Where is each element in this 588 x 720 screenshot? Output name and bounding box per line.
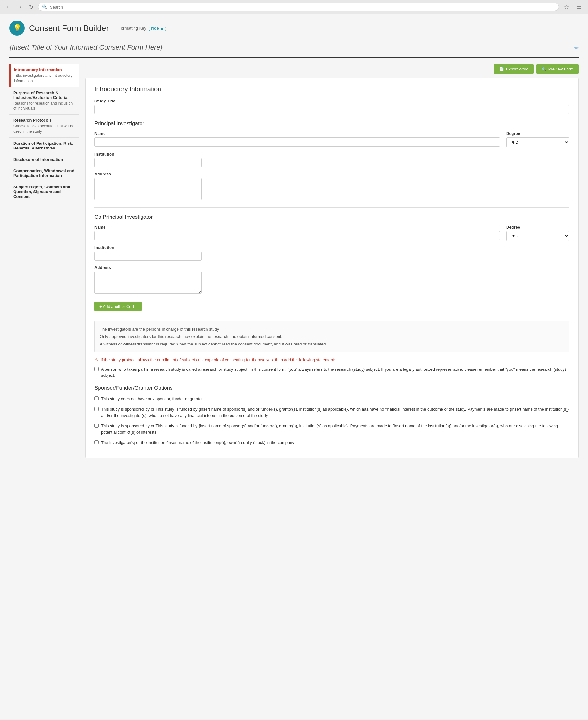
sidebar-item-introductory-title: Introductory Information (14, 67, 75, 72)
pi-address-label: Address (94, 172, 569, 176)
app-header: 💡 Consent Form Builder Formatting Key: (… (9, 21, 579, 36)
sponsor-checkbox-2[interactable] (94, 407, 99, 411)
formatting-key-link[interactable]: ( hide ▲ ) (148, 26, 166, 31)
pi-title: Principal Investigator (94, 120, 569, 127)
preview-form-button[interactable]: 🔍 Preview Form (536, 64, 579, 74)
app-title: Consent Form Builder (29, 23, 109, 33)
sponsor-text-1: This study does not have any sponsor, fu… (101, 396, 204, 402)
formatting-key: Formatting Key: ( hide ▲ ) (119, 26, 166, 31)
sponsor-text-3: This study is sponsored by or This study… (101, 423, 569, 435)
sponsor-option-2: This study is sponsored by or This study… (94, 406, 569, 418)
back-button[interactable]: ← (4, 2, 13, 12)
divider-1 (94, 207, 569, 208)
address-input[interactable] (50, 5, 555, 9)
pi-institution-input[interactable] (94, 158, 202, 167)
co-pi-address-textarea[interactable] (94, 272, 202, 294)
menu-button[interactable]: ☰ (574, 2, 584, 12)
subject-checkbox-item: A person who takes part in a research st… (94, 366, 569, 379)
forward-button[interactable]: → (15, 2, 24, 12)
pi-institution-label: Institution (94, 152, 569, 157)
form-title-input[interactable] (9, 42, 572, 54)
pi-name-label: Name (94, 131, 500, 136)
study-title-label: Study Title (94, 99, 569, 103)
subject-checkbox[interactable] (94, 367, 99, 371)
main-layout: Introductory Information Title, investig… (9, 64, 579, 458)
sidebar: Introductory Information Title, investig… (9, 64, 79, 202)
pi-degree-col: Degree PhD MD MS BA Other (506, 131, 569, 147)
co-pi-degree-select[interactable]: PhD MD MS BA Other (506, 231, 569, 241)
warning-icon: ⚠ (94, 358, 98, 362)
address-bar: 🔍 (38, 3, 559, 11)
study-title-input[interactable] (94, 105, 569, 114)
bookmark-button[interactable]: ☆ (562, 2, 572, 12)
sidebar-item-compensation[interactable]: Compensation, Withdrawal and Participati… (9, 165, 79, 181)
sidebar-item-duration-title: Duration of Participation, Risk, Benefit… (13, 141, 75, 151)
sponsor-text-4: The investigator(s) or the institution {… (101, 440, 294, 446)
preview-icon: 🔍 (541, 67, 546, 72)
toolbar: 📄 Export Word 🔍 Preview Form (85, 64, 579, 74)
sidebar-item-purpose[interactable]: Purpose of Research & Inclusion/Exclusio… (9, 87, 79, 115)
sidebar-item-introductory[interactable]: Introductory Information Title, investig… (9, 64, 79, 87)
sponsor-text-2: This study is sponsored by or This study… (101, 406, 569, 418)
search-icon: 🔍 (42, 4, 47, 9)
co-pi-name-degree-row: Name Degree PhD MD MS BA Other (94, 225, 569, 241)
section-title: Introductory Information (94, 86, 569, 93)
sidebar-item-protocols-title: Research Protocols (13, 118, 75, 123)
co-pi-name-col: Name (94, 225, 500, 241)
refresh-button[interactable]: ↻ (26, 2, 35, 12)
co-pi-address-field: Address (94, 265, 569, 295)
pi-name-col: Name (94, 131, 500, 147)
co-pi-institution-input[interactable] (94, 252, 202, 261)
sponsor-checkbox-3[interactable] (94, 423, 99, 428)
export-word-button[interactable]: 📄 Export Word (494, 64, 534, 74)
sidebar-item-protocols-sub: Choose tests/procedures that will be use… (13, 124, 75, 134)
co-pi-institution-label: Institution (94, 245, 569, 250)
sponsor-option-3: This study is sponsored by or This study… (94, 423, 569, 435)
subject-checkbox-text: A person who takes part in a research st… (101, 366, 569, 379)
warning-text: ⚠ If the study protocol allows the enrol… (94, 357, 569, 363)
sidebar-item-protocols[interactable]: Research Protocols Choose tests/procedur… (9, 115, 79, 138)
co-pi-degree-col: Degree PhD MD MS BA Other (506, 225, 569, 241)
co-pi-address-label: Address (94, 265, 569, 270)
co-pi-name-input[interactable] (94, 231, 500, 240)
study-title-field: Study Title (94, 99, 569, 114)
sponsor-option-1: This study does not have any sponsor, fu… (94, 396, 569, 402)
pi-address-textarea[interactable] (94, 178, 202, 200)
sidebar-item-disclosure-title: Disclosure of Information (13, 157, 75, 162)
info-line-2: Only approved investigators for this res… (100, 333, 564, 340)
export-icon: 📄 (499, 67, 504, 72)
pi-degree-label: Degree (506, 131, 569, 136)
co-pi-degree-label: Degree (506, 225, 569, 229)
sponsor-option-4: The investigator(s) or the institution {… (94, 440, 569, 446)
info-line-1: The investigators are the persons in cha… (100, 325, 564, 333)
pi-institution-field: Institution (94, 152, 569, 167)
info-box: The investigators are the persons in cha… (94, 321, 569, 353)
pi-degree-select[interactable]: PhD MD MS BA Other (506, 138, 569, 147)
add-co-pi-button[interactable]: + Add another Co-PI (94, 302, 142, 311)
form-panel: Introductory Information Study Title Pri… (85, 78, 579, 458)
info-line-3: A witness or witness/translator is requi… (100, 340, 564, 348)
co-pi-institution-field: Institution (94, 245, 569, 261)
sponsor-checkbox-1[interactable] (94, 396, 99, 400)
sidebar-item-disclosure[interactable]: Disclosure of Information (9, 154, 79, 165)
app-icon: 💡 (9, 21, 25, 36)
sponsor-checkbox-4[interactable] (94, 440, 99, 444)
sidebar-item-purpose-title: Purpose of Research & Inclusion/Exclusio… (13, 91, 75, 100)
sidebar-item-subject-rights[interactable]: Subject Rights, Contacts and Question, S… (9, 181, 79, 202)
content-area: 📄 Export Word 🔍 Preview Form Introductor… (85, 64, 579, 458)
sidebar-item-introductory-sub: Title, investigators and introductory in… (14, 73, 75, 84)
pi-name-degree-row: Name Degree PhD MD MS BA Other (94, 131, 569, 147)
pi-name-input[interactable] (94, 138, 500, 147)
sidebar-item-purpose-sub: Reasons for research and inclusion of in… (13, 101, 75, 112)
edit-icon: ✏ (574, 45, 579, 51)
page: 💡 Consent Form Builder Formatting Key: (… (0, 14, 588, 719)
co-pi-name-label: Name (94, 225, 500, 229)
browser-chrome: ← → ↻ 🔍 ☆ ☰ (0, 0, 588, 14)
pi-address-field: Address (94, 172, 569, 201)
sidebar-item-subject-rights-title: Subject Rights, Contacts and Question, S… (13, 185, 75, 199)
sidebar-item-duration[interactable]: Duration of Participation, Risk, Benefit… (9, 138, 79, 154)
co-pi-title: Co Principal Investigator (94, 214, 569, 220)
sponsor-section-title: Sponsor/Funder/Granter Options (94, 385, 569, 391)
form-title-section: ✏ (9, 42, 579, 58)
sidebar-item-compensation-title: Compensation, Withdrawal and Participati… (13, 168, 75, 178)
